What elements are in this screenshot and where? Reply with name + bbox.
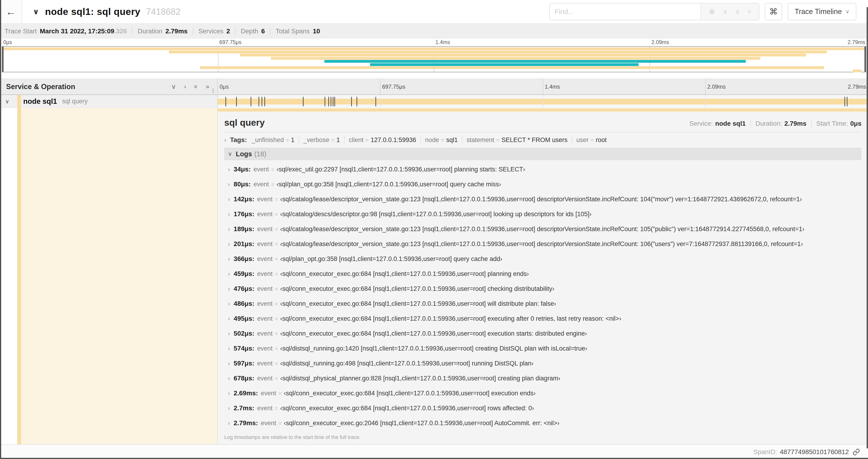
- viewport-handle-left[interactable]: [2, 47, 3, 72]
- log-row[interactable]: ›2.7ms:event=‹sql/conn_executor_exec.go:…: [228, 404, 862, 411]
- chevron-right-icon: ›: [228, 196, 230, 203]
- logs-header[interactable]: ∨ Logs (18): [224, 148, 862, 160]
- ruler-tick-label: 697.75μs: [382, 84, 405, 90]
- log-row[interactable]: ›486μs:event=‹sql/conn_executor_exec.go:…: [228, 300, 862, 306]
- log-tick: [324, 97, 325, 106]
- span-detail-meta: Service:node sql1Duration:2.79msStart Ti…: [689, 120, 862, 127]
- log-row[interactable]: ›476μs:event=‹sql/conn_executor_exec.go:…: [228, 285, 862, 292]
- separator: [811, 120, 811, 127]
- equals-sign: =: [275, 375, 278, 382]
- span-detail-title: sql query: [224, 118, 265, 128]
- log-field-key: event: [257, 375, 273, 382]
- chevron-right-icon: ›: [228, 375, 230, 382]
- span-detail-panel: sql query Service:node sql1Duration:2.79…: [218, 108, 868, 444]
- viewport-handle-right[interactable]: [865, 47, 866, 72]
- log-row[interactable]: ›34μs:event=‹sql/exec_util.go:2297 [nsql…: [228, 166, 862, 172]
- chevron-right-icon: ›: [228, 211, 230, 218]
- log-row[interactable]: ›189μs:event=‹sql/catalog/lease/descript…: [228, 225, 862, 232]
- window-border-left: [0, 0, 1, 459]
- chevron-down-icon: ∨: [228, 151, 232, 157]
- separator: [344, 136, 345, 144]
- equals-sign: =: [271, 166, 275, 173]
- expand-all-icon[interactable]: »: [206, 83, 209, 91]
- log-timestamp: 597μs:: [234, 360, 254, 367]
- row-gridline: [705, 95, 706, 108]
- back-button[interactable]: ←: [0, 0, 22, 23]
- expand-one-icon[interactable]: ›: [184, 83, 186, 91]
- tag-item: statement=SELECT * FROM users: [467, 136, 567, 144]
- chevron-down-icon: ∨: [846, 9, 849, 15]
- chevron-right-icon: ›: [228, 286, 230, 292]
- log-message: ‹sql/exec_util.go:2297 [nsql1,client=127…: [277, 166, 525, 173]
- divider: [224, 132, 862, 132]
- chevron-right-icon: ›: [228, 256, 230, 262]
- chevron-right-icon: ›: [228, 300, 230, 307]
- tag-key: user: [576, 136, 589, 143]
- equals-sign: =: [271, 181, 275, 188]
- trace-stat: Total Spans10: [276, 28, 320, 35]
- collapse-one-icon[interactable]: ∨: [171, 83, 176, 91]
- stat-value: 2.79ms: [165, 28, 188, 35]
- find-prev-icon[interactable]: ∧: [723, 8, 728, 15]
- log-row[interactable]: ›678μs:event=‹sql/distsql_physical_plann…: [228, 374, 862, 381]
- row-collapse-icon[interactable]: ∨: [5, 98, 9, 105]
- collapse-all-icon[interactable]: »: [192, 85, 200, 89]
- log-row[interactable]: ›495μs:event=‹sql/conn_executor_exec.go:…: [228, 315, 862, 321]
- stat-label: Duration: [138, 28, 162, 35]
- log-row[interactable]: ›176μs:event=‹sql/catalog/descs/descript…: [228, 210, 862, 217]
- find-input[interactable]: [550, 3, 701, 20]
- trace-stat: Trace StartMarch 31 2022, 17:25:09.326: [5, 28, 127, 35]
- tag-item: node=sql1: [425, 136, 458, 144]
- minimap-canvas[interactable]: [2, 46, 866, 72]
- equals-sign: =: [275, 286, 278, 292]
- tag-key: _unfinished: [251, 136, 284, 143]
- tags-label: Tags:: [230, 136, 247, 144]
- tag-item: client=127.0.0.1:59936: [349, 136, 416, 144]
- stat-value: 6: [261, 28, 265, 35]
- stat-label: Depth: [241, 28, 258, 35]
- log-tick: [236, 97, 237, 106]
- log-row[interactable]: ›597μs:event=‹sql/distsql_running.go:498…: [228, 360, 862, 366]
- log-timestamp: 476μs:: [234, 285, 254, 292]
- meta-value: 0μs: [850, 120, 862, 127]
- equals-sign: =: [278, 420, 282, 427]
- log-row[interactable]: ›80μs:event=‹sql/plan_opt.go:358 [nsql1,…: [228, 181, 862, 187]
- log-row[interactable]: ›2.69ms:event=‹sql/conn_executor_exec.go…: [228, 390, 862, 396]
- stat-value-fraction: .326: [114, 28, 127, 35]
- log-row[interactable]: ›574μs:event=‹sql/distsql_running.go:142…: [228, 345, 862, 351]
- tag-value: SELECT * FROM users: [501, 136, 567, 143]
- logs-list: ›34μs:event=‹sql/exec_util.go:2297 [nsql…: [224, 166, 862, 426]
- tags-row[interactable]: › Tags: _unfinished=1_verbose=1client=12…: [224, 136, 862, 144]
- minimap-span-bar: [240, 54, 806, 57]
- locate-icon[interactable]: [708, 8, 715, 15]
- log-row[interactable]: ›142μs:event=‹sql/catalog/lease/descript…: [228, 195, 862, 202]
- log-row[interactable]: ›502μs:event=‹sql/conn_executor_exec.go:…: [228, 330, 862, 336]
- log-timestamp: 80μs:: [234, 181, 251, 188]
- shortcuts-button[interactable]: ⌘: [765, 3, 782, 20]
- log-row[interactable]: ›459μs:event=‹sql/conn_executor_exec.go:…: [228, 270, 862, 276]
- minimap-span-bar: [324, 60, 746, 63]
- view-selector[interactable]: Trace Timeline ∨: [788, 3, 856, 20]
- column-resizer[interactable]: ∥: [212, 88, 215, 94]
- equals-sign: =: [496, 137, 500, 143]
- log-row[interactable]: ›201μs:event=‹sql/catalog/lease/descript…: [228, 240, 862, 247]
- tag-key: statement: [467, 136, 494, 143]
- log-row[interactable]: ›2.79ms:event=‹sql/conn_executor_exec.go…: [228, 419, 862, 426]
- find-clear-icon[interactable]: ×: [747, 8, 751, 15]
- log-tick: [334, 97, 335, 106]
- log-field-key: event: [257, 255, 273, 263]
- page-scrollbar[interactable]: [867, 7, 868, 449]
- log-message: ‹sql/catalog/descs/descriptor.go:98 [nsq…: [280, 210, 591, 218]
- link-icon[interactable]: [852, 448, 860, 456]
- logs-count: (18): [254, 150, 267, 158]
- find-next-icon[interactable]: ∨: [735, 8, 740, 15]
- log-field-key: event: [257, 360, 273, 367]
- equals-sign: =: [275, 405, 278, 412]
- span-row-name-cell[interactable]: ∨ node sql1 sql query: [0, 95, 218, 108]
- trace-collapse-icon[interactable]: ∨: [33, 7, 39, 16]
- log-tick: [303, 97, 304, 106]
- ruler-tick-label: 0μs: [220, 84, 229, 90]
- log-row[interactable]: ›366μs:event=‹sql/plan_opt.go:358 [nsql1…: [228, 255, 862, 262]
- operation-name: sql query: [62, 98, 88, 105]
- span-row-timeline-cell[interactable]: [218, 95, 868, 108]
